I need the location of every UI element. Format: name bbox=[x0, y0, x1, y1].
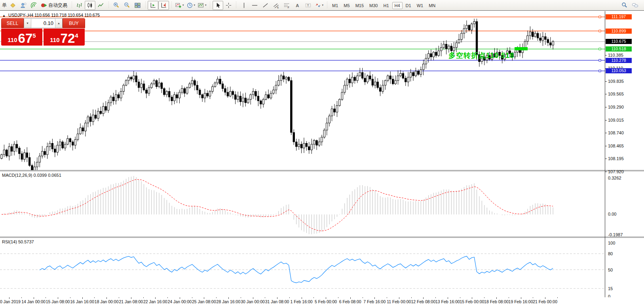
chat-icon[interactable] bbox=[630, 1, 640, 10]
search-icon[interactable] bbox=[619, 1, 630, 10]
candle-body bbox=[296, 142, 297, 147]
candle-body bbox=[260, 101, 262, 104]
pane-separator[interactable] bbox=[0, 237, 644, 237]
pane-separator[interactable] bbox=[0, 170, 644, 170]
candle-body bbox=[291, 80, 292, 132]
horizontal-level-line[interactable] bbox=[0, 70, 605, 72]
buy-price-button[interactable]: 110 72 4 bbox=[44, 29, 85, 46]
candle-body bbox=[171, 97, 173, 101]
candle-body bbox=[230, 92, 231, 96]
candle-body bbox=[123, 85, 124, 91]
candle-body bbox=[163, 88, 165, 94]
rsi-indicator-pane[interactable] bbox=[0, 238, 605, 297]
vertical-line-tool-button[interactable] bbox=[239, 1, 249, 10]
candle-body bbox=[415, 71, 416, 76]
fibonacci-tool-button[interactable]: F bbox=[281, 1, 292, 10]
toolbar-separator bbox=[209, 2, 211, 9]
text-label-tool-button[interactable]: T bbox=[303, 1, 313, 10]
timeframe-button-m15[interactable]: M15 bbox=[353, 2, 366, 9]
autotrade-label: 自动交易 bbox=[48, 2, 67, 9]
candle-body bbox=[288, 77, 289, 80]
collapse-panel-icon[interactable]: ▲ bbox=[2, 14, 6, 17]
candle-body bbox=[321, 137, 323, 142]
price-chart[interactable] bbox=[0, 11, 605, 170]
candle-body bbox=[57, 145, 58, 152]
candle-body bbox=[69, 139, 71, 142]
candle-body bbox=[313, 140, 315, 144]
periods-button[interactable]: ▾ bbox=[185, 1, 197, 10]
candle-body bbox=[135, 76, 137, 82]
candle-body bbox=[268, 95, 269, 98]
cursor-tool-button[interactable] bbox=[213, 1, 223, 10]
volume-increase-button[interactable]: ▲ bbox=[55, 19, 62, 28]
chart-annotation-text[interactable]: 多空转折点110.518 bbox=[448, 51, 514, 60]
zoom-out-button[interactable] bbox=[122, 1, 132, 10]
timeframe-button-m30[interactable]: M30 bbox=[367, 2, 380, 9]
rsi-axis-label: 80 bbox=[608, 251, 613, 256]
templates-button[interactable]: ▾ bbox=[196, 1, 208, 10]
timeframe-button-w1[interactable]: W1 bbox=[414, 2, 426, 9]
macd-indicator-pane[interactable] bbox=[0, 171, 605, 237]
timeframe-button-d1[interactable]: D1 bbox=[403, 2, 414, 9]
candle-body bbox=[372, 79, 373, 85]
candle-body bbox=[179, 92, 180, 98]
candle-body bbox=[349, 79, 350, 83]
candle-body bbox=[26, 153, 28, 157]
timeframe-button-mn[interactable]: MN bbox=[426, 2, 438, 9]
candle-body bbox=[329, 116, 330, 123]
autotrade-button[interactable]: 自动交易 bbox=[40, 1, 69, 10]
candle-body bbox=[445, 44, 447, 49]
line-chart-button[interactable] bbox=[95, 1, 106, 10]
tile-windows-button[interactable] bbox=[132, 1, 143, 10]
volume-input[interactable] bbox=[31, 19, 55, 28]
sell-button[interactable]: SELL bbox=[1, 18, 24, 28]
candle-body bbox=[250, 95, 251, 99]
new-order-label[interactable]: 单 bbox=[2, 2, 7, 9]
candle-body bbox=[524, 41, 526, 47]
new-order-icon[interactable] bbox=[8, 1, 18, 10]
price-level-badge: 110.053 bbox=[606, 68, 632, 73]
sell-price-button[interactable]: 110 67 5 bbox=[1, 29, 42, 46]
timeframe-button-m1[interactable]: M1 bbox=[330, 2, 340, 9]
candle-body bbox=[308, 147, 310, 150]
equidistant-channel-tool-button[interactable]: E bbox=[271, 1, 281, 10]
horizontal-level-line[interactable] bbox=[0, 48, 605, 50]
time-axis-label: 15 Jan 08:00 bbox=[46, 299, 70, 304]
trendline-tool-button[interactable] bbox=[260, 1, 271, 10]
time-axis[interactable]: 10 Jan 201914 Jan 00:0015 Jan 08:0016 Ja… bbox=[0, 297, 644, 306]
macd-axis-label: 0.3262 bbox=[608, 176, 621, 180]
candle-body bbox=[306, 143, 307, 147]
zoom-in-button[interactable] bbox=[111, 1, 122, 10]
sell-price-big: 67 bbox=[18, 33, 33, 44]
candle-body bbox=[196, 85, 198, 90]
community-icon[interactable] bbox=[18, 1, 29, 10]
shapes-tool-button[interactable]: ▾ bbox=[313, 1, 325, 10]
signals-icon[interactable] bbox=[29, 1, 40, 10]
horizontal-line-tool-button[interactable] bbox=[249, 1, 260, 10]
candle-body bbox=[450, 46, 452, 51]
add-indicator-button[interactable]: ▾ bbox=[174, 1, 185, 10]
text-tool-button[interactable]: A bbox=[292, 1, 303, 10]
time-axis-label: 18 Feb 08:00 bbox=[484, 299, 509, 304]
svg-text:T: T bbox=[307, 4, 309, 7]
chart-ohlc-values: 110.656 110.718 110.654 110.675 bbox=[34, 13, 100, 17]
auto-scroll-button[interactable] bbox=[148, 1, 158, 10]
timeframe-button-m5[interactable]: M5 bbox=[341, 2, 352, 9]
candle-body bbox=[128, 77, 129, 80]
chart-shift-button[interactable] bbox=[158, 1, 169, 10]
volume-decrease-button[interactable]: ▼ bbox=[24, 19, 31, 28]
candle-body bbox=[72, 142, 74, 145]
candlestick-chart-button[interactable] bbox=[85, 1, 95, 10]
timeframe-button-h1[interactable]: H1 bbox=[381, 2, 391, 9]
svg-text:A: A bbox=[296, 3, 299, 8]
crosshair-tool-button[interactable] bbox=[223, 1, 234, 10]
dropdown-caret-icon: ▾ bbox=[182, 4, 184, 7]
candle-body bbox=[344, 85, 346, 92]
candle-body bbox=[283, 76, 284, 79]
horizontal-level-line[interactable] bbox=[0, 30, 605, 32]
candle-body bbox=[169, 92, 170, 97]
candle-body bbox=[387, 76, 389, 80]
bar-chart-button[interactable] bbox=[74, 1, 85, 10]
buy-button[interactable]: BUY bbox=[63, 18, 85, 28]
timeframe-button-h4[interactable]: H4 bbox=[392, 2, 403, 9]
